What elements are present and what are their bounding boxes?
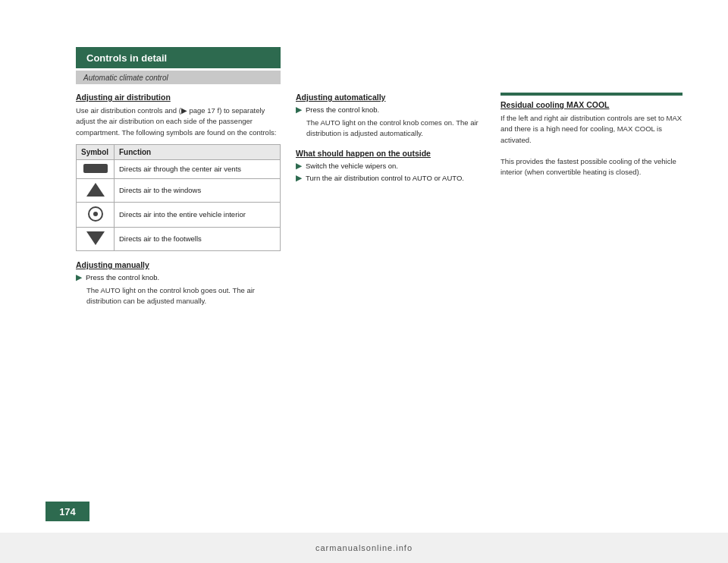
mid-section-heading: Adjusting automatically <box>296 93 485 102</box>
right-column: Residual cooling MAX COOL If the left an… <box>500 93 682 184</box>
left-column: Adjusting air distribution Use air distr… <box>76 93 281 313</box>
bullet-arrow-icon-3: ▶ <box>296 162 302 170</box>
table-col1-header: Symbol <box>77 144 115 159</box>
left-intro-text: Use air distribution controls and (▶ pag… <box>76 105 281 138</box>
page-number: 174 <box>59 506 76 517</box>
right-section-heading: Residual cooling MAX COOL <box>500 100 682 109</box>
mid-sub-1: The AUTO light on the control knob comes… <box>296 118 485 140</box>
manual-sub-1: The AUTO light on the control knob goes … <box>76 285 281 307</box>
symbol-cell-4 <box>77 227 115 250</box>
what-bullet-2-text: Turn the air distribution control to AUT… <box>306 174 464 182</box>
subtitle-bar: Automatic climate control <box>76 71 281 84</box>
function-cell-3: Directs air into the entire vehicle inte… <box>115 202 281 227</box>
what-bullet-1-text: Switch the vehicle wipers on. <box>306 162 398 170</box>
mid-column: Adjusting automatically ▶ Press the cont… <box>296 93 485 186</box>
symbol-cell-1 <box>77 159 115 178</box>
center-vent-icon <box>83 164 108 173</box>
mid-bullet-1-text: Press the control knob. <box>306 105 379 114</box>
right-body-text: If the left and right air distribution c… <box>500 113 682 178</box>
what-heading: What should happen on the outside <box>296 149 485 158</box>
table-row: Directs air through the center air vents <box>77 159 281 178</box>
bullet-arrow-icon-4: ▶ <box>296 174 302 182</box>
adjusting-manually-section: Adjusting manually ▶ Press the control k… <box>76 260 281 307</box>
table-row: Directs air to the footwells <box>77 227 281 250</box>
table-col2-header: Function <box>115 144 281 159</box>
what-bullet-2: ▶ Turn the air distribution control to A… <box>296 174 485 182</box>
footwell-icon <box>86 231 105 245</box>
left-section-heading: Adjusting air distribution <box>76 93 281 102</box>
function-cell-2: Directs air to the windows <box>115 178 281 202</box>
watermark-text: carmanualsonline.info <box>315 543 413 552</box>
table-row: Directs air to the windows <box>77 178 281 202</box>
windows-icon <box>86 183 105 197</box>
symbol-function-table: Symbol Function Directs air through the … <box>76 144 281 251</box>
manual-bullet-1-text: Press the control knob. <box>86 273 159 282</box>
mid-bullet-1: ▶ Press the control knob. <box>296 105 485 114</box>
entire-icon <box>88 206 103 222</box>
subtitle-text: Automatic climate control <box>83 74 168 82</box>
manual-heading: Adjusting manually <box>76 260 281 269</box>
header-banner-text: Controls in detail <box>86 52 167 64</box>
symbol-cell-3 <box>77 202 115 227</box>
function-cell-1: Directs air through the center air vents <box>115 159 281 178</box>
bottom-bar: carmanualsonline.info <box>0 533 728 563</box>
table-row: Directs air into the entire vehicle inte… <box>77 202 281 227</box>
page-container: Controls in detail Automatic climate con… <box>0 0 728 563</box>
bullet-arrow-icon: ▶ <box>76 273 82 282</box>
function-cell-4: Directs air to the footwells <box>115 227 281 250</box>
right-col-accent-bar <box>500 93 682 96</box>
manual-bullet-1: ▶ Press the control knob. <box>76 273 281 282</box>
page-number-box: 174 <box>46 502 89 521</box>
what-bullet-1: ▶ Switch the vehicle wipers on. <box>296 162 485 170</box>
bullet-arrow-icon-2: ▶ <box>296 105 302 114</box>
symbol-cell-2 <box>77 178 115 202</box>
header-banner: Controls in detail <box>76 47 281 68</box>
